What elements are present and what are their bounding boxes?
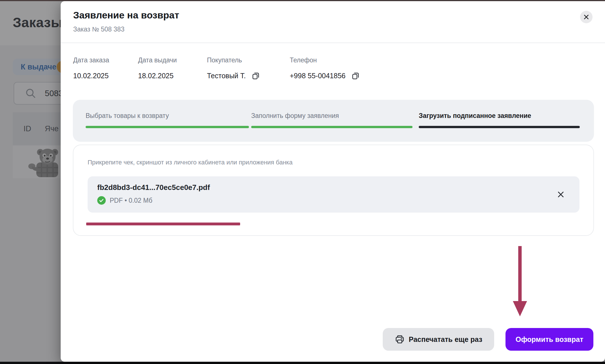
screen: Заказы К выдаче ID Яче	[0, 0, 605, 364]
remove-file-icon	[557, 191, 565, 198]
annotation-underline	[86, 223, 240, 225]
bottom-window-strip	[0, 362, 605, 364]
close-icon	[583, 14, 589, 20]
file-status: PDF • 0.02 Мб	[97, 196, 152, 205]
remove-file-button[interactable]	[556, 190, 565, 199]
step-label: Загрузить подписанное заявление	[419, 112, 531, 120]
copy-customer-button[interactable]	[251, 71, 261, 81]
annotation-arrow-head	[513, 301, 527, 316]
wizard-steps: Выбрать товары к возврату Заполнить форм…	[73, 100, 594, 142]
info-label: Телефон	[290, 56, 360, 64]
print-again-button[interactable]: Распечатать еще раз	[383, 328, 494, 351]
info-label: Покупатель	[207, 56, 261, 64]
upload-hint: Прикрепите чек, скриншот из личного каби…	[88, 159, 293, 166]
order-number: Заказ № 508 383	[73, 26, 124, 33]
file-name: fb2d8bd3-dc41...70ec5ce0e7.pdf	[97, 183, 210, 192]
printer-icon	[395, 334, 405, 344]
modal-title: Заявление на возврат	[73, 10, 179, 21]
copy-phone-button[interactable]	[351, 71, 360, 81]
info-phone: Телефон +998 55-0041856	[290, 56, 360, 81]
submit-return-label: Оформить возврат	[516, 335, 583, 344]
submit-return-button[interactable]: Оформить возврат	[505, 328, 593, 351]
header-divider	[61, 43, 605, 43]
info-label: Дата заказа	[73, 56, 109, 64]
info-value: +998 55-0041856	[290, 71, 346, 81]
step-upload-signed[interactable]: Загрузить подписанное заявление	[419, 100, 580, 142]
file-meta: PDF • 0.02 Мб	[110, 197, 152, 204]
info-issue-date: Дата выдачи 18.02.2025	[138, 56, 177, 81]
info-value: 18.02.2025	[138, 71, 174, 81]
return-application-modal: Заявление на возврат Заказ № 508 383 Дат…	[61, 1, 605, 362]
info-label: Дата выдачи	[138, 56, 177, 64]
step-label: Заполнить форму заявления	[251, 112, 339, 120]
step-label: Выбрать товары к возврату	[86, 112, 169, 120]
check-icon	[97, 196, 106, 205]
info-value: Тестовый Т.	[207, 71, 246, 81]
copy-icon	[251, 71, 260, 80]
annotation-arrow-line	[518, 246, 522, 302]
step-progress-line	[86, 126, 249, 128]
step-select-items[interactable]: Выбрать товары к возврату	[86, 100, 249, 142]
step-progress-line	[419, 126, 580, 128]
step-progress-line	[251, 126, 412, 128]
print-again-label: Распечатать еще раз	[409, 335, 482, 344]
info-value: 10.02.2025	[73, 71, 109, 81]
step-fill-form[interactable]: Заполнить форму заявления	[251, 100, 412, 142]
uploaded-file-chip: fb2d8bd3-dc41...70ec5ce0e7.pdf PDF • 0.0…	[88, 176, 579, 213]
upload-card: Прикрепите чек, скриншот из личного каби…	[73, 145, 594, 236]
info-order-date: Дата заказа 10.02.2025	[73, 56, 109, 81]
info-customer: Покупатель Тестовый Т.	[207, 56, 261, 81]
copy-icon	[351, 71, 360, 80]
close-button[interactable]	[580, 11, 593, 23]
